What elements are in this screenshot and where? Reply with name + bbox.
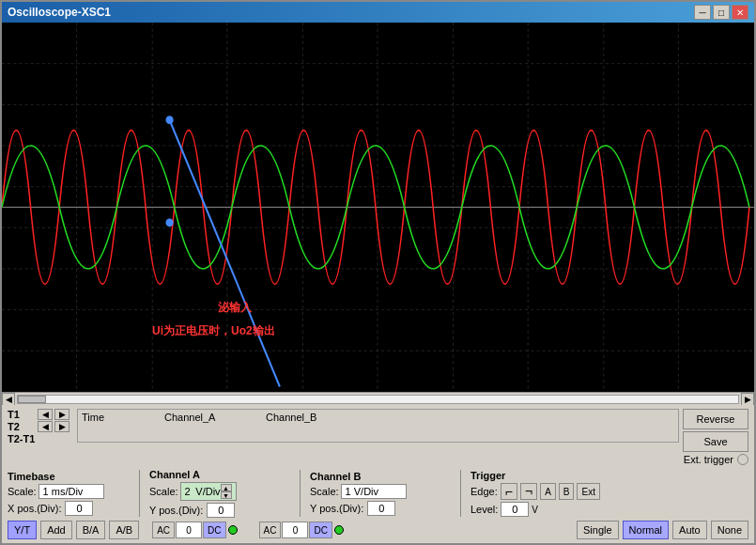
channelA-spinners: ▲ ▼ (221, 484, 232, 499)
trigger-b-button[interactable]: B (559, 483, 575, 500)
annotation-2: Ui为正电压时，Uo2输出 (152, 323, 275, 339)
trigger-level-unit: V (532, 505, 538, 515)
trigger-level-value: 0 (501, 502, 529, 517)
channelA-section: Channel A Scale: 2 V/Div ▲ ▼ Y pos.(Div)… (149, 469, 290, 518)
controls-area: T1 ◀ ▶ T2 ◀ ▶ T2-T1 Time Channel_A Chann… (2, 405, 754, 543)
channelB-scale-label: Scale: (310, 486, 339, 497)
normal-button[interactable]: Normal (623, 521, 669, 539)
ext-trigger-row: Ext. trigger (684, 454, 748, 465)
channelA-scale-unit: V/Div (195, 486, 220, 497)
divider-2 (300, 470, 301, 517)
channelA-zero-input[interactable] (176, 522, 202, 538)
trigger-edge-label: Edge: (471, 486, 498, 497)
channelA-header: Channel_A (164, 412, 258, 423)
close-button[interactable]: ✕ (732, 5, 748, 20)
annotation-1: 泌输入 (218, 300, 252, 316)
trigger-section-label: Trigger (471, 470, 640, 481)
ext-trigger-radio[interactable] (737, 454, 748, 465)
channelB-dc-button[interactable]: DC (309, 522, 332, 538)
channelB-zero-input[interactable] (282, 522, 308, 538)
trigger-a-button[interactable]: A (540, 483, 556, 500)
divider-3 (460, 470, 461, 517)
channelA-section-label: Channel A (149, 469, 290, 480)
trigger-section: Trigger Edge: ⌐ ¬ A B Ext Level: 0 V (471, 470, 640, 517)
channelA-scale-input[interactable]: 2 V/Div ▲ ▼ (180, 482, 237, 501)
trigger-rise-button[interactable]: ⌐ (501, 483, 517, 500)
t2-label: T2 (8, 421, 36, 432)
oscilloscope-screen: 泌输入 Ui为正电压时，Uo2输出 (2, 23, 754, 392)
timebase-scale-value: 1 ms/Div (39, 484, 104, 499)
timebase-xpos-row: X pos.(Div): 0 (8, 501, 130, 516)
channelB-header: Channel_B (266, 412, 360, 423)
minimize-button[interactable]: ─ (694, 5, 711, 20)
auto-button[interactable]: Auto (672, 521, 707, 539)
channelA-led (228, 525, 238, 535)
scrollbar-track[interactable] (17, 395, 739, 404)
t1-label: T1 (8, 409, 36, 420)
timebase-label: Timebase (8, 471, 130, 482)
title-bar: Oscilloscope-XSC1 ─ □ ✕ (2, 2, 754, 23)
scrollbar-thumb[interactable] (18, 396, 46, 403)
channelB-section: Channel B Scale: 1 V/Div Y pos.(Div): 0 (310, 471, 451, 516)
timebase-scale-label: Scale: (8, 486, 37, 497)
t1-row: T1 ◀ ▶ (8, 409, 73, 420)
trigger-ext-button[interactable]: Ext (577, 483, 599, 500)
scroll-right-button[interactable]: ▶ (741, 393, 754, 406)
svg-point-21 (165, 219, 173, 227)
timebase-scale-box: Scale: 1 ms/Div (8, 484, 130, 499)
channelB-ypos-row: Y pos.(Div): 0 (310, 501, 451, 516)
channelB-ac-button[interactable]: AC (259, 522, 282, 538)
channelA-scale-label: Scale: (149, 486, 178, 497)
channelA-scale-box: Scale: 2 V/Div ▲ ▼ (149, 482, 290, 501)
window-controls: ─ □ ✕ (694, 5, 748, 20)
controls-row1: T1 ◀ ▶ T2 ◀ ▶ T2-T1 Time Channel_A Chann… (8, 409, 748, 465)
yt-button[interactable]: Y/T (8, 521, 37, 539)
horizontal-scrollbar[interactable]: ◀ ▶ (2, 392, 754, 405)
channelA-ypos-label: Y pos.(Div): (149, 505, 203, 516)
trigger-fall-button[interactable]: ¬ (520, 483, 537, 500)
channelA-ypos-row: Y pos.(Div): 0 (149, 503, 290, 518)
channelA-dc-button[interactable]: DC (203, 522, 225, 538)
t1-left-button[interactable]: ◀ (38, 409, 53, 420)
t2-right-button[interactable]: ▶ (54, 421, 69, 432)
reverse-button[interactable]: Reverse (683, 409, 748, 429)
none-button[interactable]: None (711, 521, 748, 539)
t2-row: T2 ◀ ▶ (8, 421, 73, 432)
timebase-xpos-value: 0 (65, 501, 93, 516)
channelB-scale-box: Scale: 1 V/Div (310, 484, 451, 499)
maximize-button[interactable]: □ (713, 5, 730, 20)
single-button[interactable]: Single (577, 521, 619, 539)
trigger-edge-row: Edge: ⌐ ¬ A B Ext (471, 483, 640, 500)
scroll-left-button[interactable]: ◀ (2, 393, 15, 406)
channelB-led (334, 525, 344, 535)
channelA-scale-value: 2 (185, 486, 196, 497)
channelB-ac-group: AC DC (259, 522, 339, 538)
channelA-spin-up[interactable]: ▲ (221, 484, 232, 491)
timebase-xpos-label: X pos.(Div): (8, 503, 61, 514)
channelA-indicator (227, 524, 233, 536)
ab-button[interactable]: A/B (109, 521, 139, 539)
channelA-ac-group: AC DC (152, 522, 232, 538)
controls-row2: Timebase Scale: 1 ms/Div X pos.(Div): 0 … (8, 469, 748, 518)
t1-right-button[interactable]: ▶ (54, 409, 69, 420)
channelB-ypos-label: Y pos.(Div): (310, 503, 363, 514)
timebase-section: Timebase Scale: 1 ms/Div X pos.(Div): 0 (8, 471, 130, 516)
time-channel-row: Time Channel_A Channel_B (82, 412, 674, 423)
ba-button[interactable]: B/A (76, 521, 106, 539)
t2-left-button[interactable]: ◀ (38, 421, 53, 432)
save-button[interactable]: Save (683, 431, 748, 452)
divider-1 (139, 470, 140, 517)
time-channel-panel: Time Channel_A Channel_B (77, 409, 679, 443)
time-header: Time (82, 412, 157, 423)
trigger-level-label: Level: (471, 504, 498, 515)
add-button[interactable]: Add (40, 521, 72, 539)
t2t1-row: T2-T1 (8, 433, 73, 444)
ext-trigger-label: Ext. trigger (684, 454, 733, 465)
channelA-ac-button[interactable]: AC (152, 522, 175, 538)
oscilloscope-window: Oscilloscope-XSC1 ─ □ ✕ (0, 0, 756, 545)
channelA-spin-down[interactable]: ▼ (221, 491, 232, 499)
channelB-ypos-value: 0 (367, 501, 395, 516)
waveform-display (2, 23, 754, 392)
controls-row3: Y/T Add B/A A/B AC DC AC DC (8, 521, 748, 539)
channelB-section-label: Channel B (310, 471, 451, 482)
